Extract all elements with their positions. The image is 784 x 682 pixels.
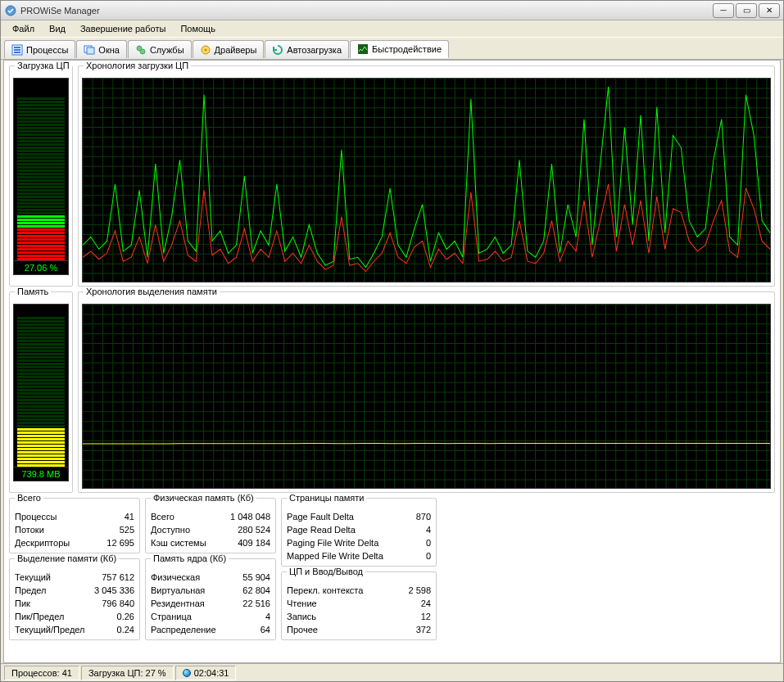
- val-cur-limit: 0.24: [93, 623, 134, 636]
- cpu-history-box: Хронология загрузки ЦП: [78, 65, 775, 287]
- group-cpuio-title: ЦП и Ввод/Вывод: [287, 567, 365, 576]
- lbl-ctx: Перекл. контекста: [287, 584, 363, 597]
- svg-rect-3: [14, 49, 20, 51]
- val-ctx: 2 598: [390, 584, 431, 597]
- services-icon: [135, 44, 147, 56]
- val-pm-cache: 409 184: [229, 536, 270, 549]
- status-processes-text: Процессов: 41: [11, 668, 72, 678]
- mem-meter: [13, 304, 69, 467]
- mem-history-box: Хронология выделения памяти: [78, 291, 775, 493]
- menu-shutdown[interactable]: Завершение работы: [74, 22, 172, 35]
- svg-rect-4: [14, 52, 20, 53]
- val-pfd: 870: [390, 510, 431, 523]
- status-time: 02:04:31: [175, 666, 237, 680]
- val-handles: 12 695: [93, 536, 134, 549]
- lbl-cur-limit: Текущий/Предел: [15, 623, 85, 636]
- svg-rect-6: [87, 47, 94, 54]
- group-cpuio: ЦП и Ввод/Вывод Перекл. контекста2 598 Ч…: [281, 571, 437, 640]
- maximize-button[interactable]: ▭: [736, 3, 757, 18]
- menu-file[interactable]: Файл: [6, 22, 41, 35]
- lbl-other: Прочее: [287, 623, 318, 636]
- svg-point-8: [140, 49, 145, 54]
- status-time-text: 02:04:31: [194, 668, 229, 678]
- val-processes: 41: [93, 510, 134, 523]
- group-kernel: Память ядра (Кб) Физическая55 904 Виртуа…: [145, 558, 276, 640]
- lbl-pm-cache: Кэш системы: [151, 536, 206, 549]
- val-read: 24: [390, 597, 431, 610]
- close-button[interactable]: ✕: [759, 3, 780, 18]
- svg-rect-2: [14, 47, 20, 48]
- lbl-commit-limit: Предел: [15, 584, 47, 597]
- val-k-alloc: 64: [229, 623, 270, 636]
- status-processes: Процессов: 41: [4, 666, 79, 680]
- val-write: 12: [390, 610, 431, 623]
- lbl-threads: Потоки: [15, 523, 44, 536]
- mem-history-graph: [82, 304, 771, 489]
- titlebar: PROWiSe Manager ─ ▭ ✕: [1, 1, 783, 20]
- menubar: Файл Вид Завершение работы Помощь: [1, 20, 783, 37]
- tab-bar: Процессы Окна Службы Драйверы Автозагруз…: [1, 37, 783, 60]
- tab-processes[interactable]: Процессы: [4, 40, 75, 58]
- tab-startup[interactable]: Автозагрузка: [265, 40, 349, 58]
- group-commit-title: Выделение памяти (Кб): [15, 553, 119, 563]
- lbl-mfwd: Mapped File Write Delta: [287, 549, 383, 562]
- drivers-icon: [200, 44, 211, 56]
- svg-point-10: [204, 48, 206, 51]
- val-k-res: 22 516: [229, 597, 270, 610]
- lbl-k-phys: Физическая: [151, 571, 200, 584]
- val-mfwd: 0: [390, 549, 431, 562]
- lbl-handles: Дескрипторы: [15, 536, 70, 549]
- lbl-prd: Page Read Delta: [287, 523, 356, 536]
- cpu-meter-title: Загрузка ЦП: [15, 61, 72, 70]
- performance-icon: [357, 43, 369, 55]
- group-physmem: Физическая память (Кб) Всего1 048 048 До…: [145, 498, 276, 553]
- status-cpu-text: Загрузка ЦП: 27 %: [88, 668, 166, 678]
- performance-panel: Загрузка ЦП 27.06 % Хронология загрузки …: [3, 60, 781, 663]
- tab-windows-label: Окна: [98, 45, 120, 55]
- val-pm-avail: 280 524: [229, 523, 270, 536]
- mem-meter-value: 739.8 MB: [13, 467, 69, 481]
- menu-help[interactable]: Помощь: [174, 22, 222, 35]
- lbl-pfwd: Paging File Write Delta: [287, 536, 378, 549]
- statusbar: Процессов: 41 Загрузка ЦП: 27 % 02:04:31: [1, 663, 783, 681]
- val-other: 372: [390, 623, 431, 636]
- app-window: PROWiSe Manager ─ ▭ ✕ Файл Вид Завершени…: [0, 0, 784, 682]
- group-commit: Выделение памяти (Кб) Текущий757 612 Пре…: [9, 558, 140, 640]
- tab-services-label: Службы: [150, 45, 184, 55]
- lbl-commit-current: Текущий: [15, 571, 51, 584]
- lbl-k-page: Страница: [151, 610, 192, 623]
- tab-drivers-label: Драйверы: [215, 45, 257, 55]
- cpu-history-title: Хронология загрузки ЦП: [84, 61, 191, 70]
- val-commit-current: 757 612: [93, 571, 134, 584]
- group-kernel-title: Память ядра (Кб): [151, 553, 229, 563]
- group-physmem-title: Физическая память (Кб): [151, 493, 256, 503]
- cpu-meter-box: Загрузка ЦП 27.06 %: [9, 65, 73, 287]
- minimize-button[interactable]: ─: [713, 3, 734, 18]
- val-pm-total: 1 048 048: [229, 510, 270, 523]
- lbl-read: Чтение: [287, 597, 317, 610]
- lbl-pm-total: Всего: [151, 510, 174, 523]
- tab-services[interactable]: Службы: [128, 40, 192, 58]
- lbl-pm-avail: Доступно: [151, 523, 190, 536]
- lbl-k-virt: Виртуальная: [151, 584, 205, 597]
- window-title: PROWiSe Manager: [20, 6, 713, 16]
- lbl-k-res: Резидентная: [151, 597, 205, 610]
- tab-processes-label: Процессы: [26, 45, 68, 55]
- val-k-phys: 55 904: [229, 571, 270, 584]
- cpu-row: Загрузка ЦП 27.06 % Хронология загрузки …: [9, 65, 775, 287]
- tab-drivers[interactable]: Драйверы: [193, 40, 265, 58]
- tab-windows[interactable]: Окна: [76, 40, 127, 58]
- group-paging-title: Страницы памяти: [287, 493, 366, 503]
- mem-row: Память 739.8 MB Хронология выделения пам…: [9, 291, 775, 493]
- lbl-peak-limit: Пик/Предел: [15, 610, 64, 623]
- group-totals: Всего Процессы41 Потоки525 Дескрипторы12…: [9, 498, 140, 553]
- tab-performance-label: Быстродействие: [372, 44, 442, 54]
- val-commit-limit: 3 045 336: [93, 584, 134, 597]
- val-pfwd: 0: [390, 536, 431, 549]
- windows-icon: [84, 44, 95, 56]
- tab-performance[interactable]: Быстродействие: [350, 40, 449, 58]
- mem-meter-title: Память: [15, 287, 51, 296]
- menu-view[interactable]: Вид: [43, 22, 72, 35]
- lbl-commit-peak: Пик: [15, 597, 30, 610]
- lbl-k-alloc: Распределение: [151, 623, 216, 636]
